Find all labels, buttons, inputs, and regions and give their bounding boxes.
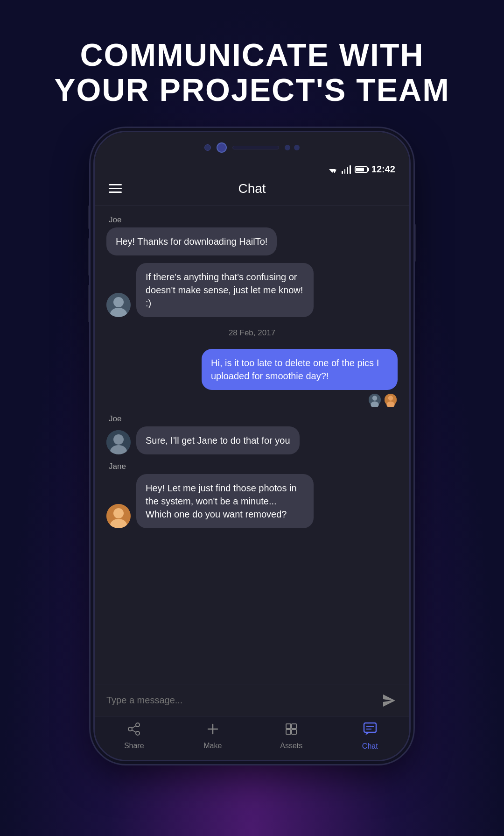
volume-up-button: [88, 205, 91, 229]
message-bubble-sent: Hi, is it too late to delete one of the …: [202, 349, 398, 390]
svg-line-20: [132, 726, 136, 728]
message-input[interactable]: [106, 695, 374, 706]
nav-share-label: Share: [124, 742, 144, 750]
svg-rect-25: [292, 724, 296, 729]
avatar-joe: [106, 293, 131, 317]
svg-rect-27: [292, 730, 296, 734]
signal-icon: [342, 165, 351, 174]
message-group-2: If there's anything that's confusing or …: [106, 263, 398, 317]
silent-switch: [88, 285, 91, 322]
plus-icon: [206, 723, 219, 739]
send-icon: [382, 694, 396, 708]
svg-point-6: [372, 396, 377, 400]
svg-text:▼: ▼: [331, 167, 338, 174]
nav-assets-label: Assets: [280, 742, 302, 750]
status-bar: ▼ 12:42: [95, 160, 409, 179]
grid-icon: [285, 723, 298, 739]
message-input-area: [95, 685, 409, 716]
nav-share[interactable]: Share: [95, 716, 174, 753]
svg-rect-24: [286, 724, 291, 729]
message-group-jane: Jane Hey! Let me just find those photos …: [106, 462, 398, 528]
phone-frame: ▼ 12:42: [93, 131, 411, 761]
bottom-nav: Share Make: [95, 716, 409, 760]
nav-chat-label: Chat: [362, 742, 378, 751]
message-with-avatar-jane: Hey! Let me just find those photos in th…: [106, 474, 314, 528]
message-bubble-jane: Hey! Let me just find those photos in th…: [136, 474, 314, 528]
phone-mockup: ▼ 12:42: [93, 131, 411, 761]
send-button[interactable]: [381, 692, 398, 709]
sensor-1: [285, 145, 290, 150]
svg-point-19: [136, 731, 140, 735]
battery-icon: [355, 166, 368, 173]
share-icon: [127, 723, 140, 739]
message-bubble-1: Hey! Thanks for downloading HailTo!: [106, 227, 277, 255]
camera-dot-left: [204, 144, 211, 151]
sensor-2: [294, 145, 300, 150]
status-time: 12:42: [371, 164, 395, 175]
svg-point-18: [128, 727, 132, 731]
battery-fill: [356, 168, 364, 171]
status-icons: ▼ 12:42: [327, 164, 395, 175]
chat-title: Chat: [238, 181, 266, 196]
receipt-avatar-joe: [368, 393, 382, 407]
svg-rect-28: [364, 723, 376, 732]
sender-name-joe: Joe: [109, 215, 121, 225]
nav-make[interactable]: Make: [174, 716, 252, 753]
page-headline: COMMUNICATE WITH YOUR PROJECT'S TEAM: [54, 37, 450, 107]
svg-point-17: [136, 723, 140, 727]
nav-chat[interactable]: Chat: [331, 716, 410, 753]
chat-area: Joe Hey! Thanks for downloading HailTo!: [95, 206, 409, 685]
message-with-avatar-joe: Sure, I'll get Jane to do that for you: [106, 426, 300, 454]
receipt-avatar-jane: [384, 393, 398, 407]
read-receipts: [368, 393, 398, 407]
message-group-1: Joe Hey! Thanks for downloading HailTo!: [106, 215, 398, 255]
svg-point-15: [113, 508, 124, 518]
phone-notch: [95, 142, 409, 153]
sensor-group: [285, 145, 300, 150]
avatar-jane: [106, 504, 131, 528]
sender-name-joe-2: Joe: [109, 414, 121, 424]
svg-point-3: [113, 297, 124, 307]
hamburger-line-2: [109, 188, 122, 189]
svg-line-21: [132, 730, 136, 732]
sender-name-jane: Jane: [109, 462, 126, 471]
front-camera: [217, 142, 227, 153]
message-bubble-joe-reply: Sure, I'll get Jane to do that for you: [136, 426, 300, 454]
wifi-icon: ▼: [327, 165, 338, 174]
svg-point-9: [388, 396, 393, 400]
message-bubble-2: If there's anything that's confusing or …: [136, 263, 314, 317]
menu-button[interactable]: [109, 184, 122, 193]
nav-assets[interactable]: Assets: [252, 716, 331, 753]
hamburger-line-3: [109, 191, 122, 193]
hamburger-line-1: [109, 184, 122, 185]
phone-screen: ▼ 12:42: [95, 132, 409, 760]
message-with-avatar-2: If there's anything that's confusing or …: [106, 263, 314, 317]
date-separator: 28 Feb, 2017: [106, 325, 398, 341]
chat-icon: [363, 722, 377, 739]
power-button: [413, 224, 416, 262]
volume-down-button: [88, 238, 91, 276]
message-group-joe-reply: Joe Sure, I'll get Jane to do that for y…: [106, 414, 398, 454]
speaker: [232, 146, 279, 149]
avatar-joe-2: [106, 430, 131, 454]
nav-make-label: Make: [203, 742, 222, 750]
svg-rect-26: [286, 730, 291, 734]
svg-point-12: [113, 434, 124, 445]
message-group-sent: Hi, is it too late to delete one of the …: [106, 349, 398, 407]
